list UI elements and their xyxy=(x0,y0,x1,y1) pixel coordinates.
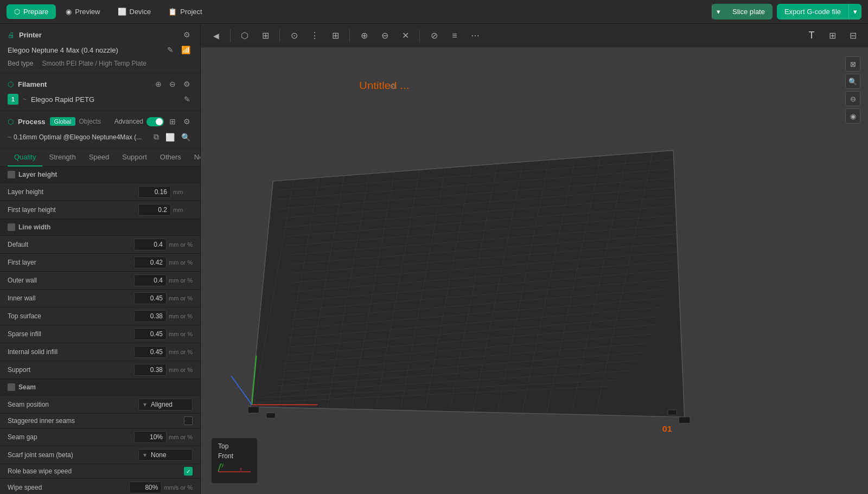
delete-icon[interactable]: ✕ xyxy=(397,27,414,44)
staggered-row: Staggered inner seams xyxy=(0,414,200,428)
zoom-in-icon[interactable]: 🔍 xyxy=(845,74,860,89)
lw-top-surface-row: Top surface mm or % xyxy=(0,307,200,325)
remove-icon[interactable]: ⊖ xyxy=(376,27,393,44)
lw-outer-wall-row: Outer wall mm or % xyxy=(0,272,200,290)
tag-objects[interactable]: Objects xyxy=(79,118,101,125)
layer-height-label: Layer height xyxy=(8,188,43,196)
orbit-icon[interactable]: ⊙ xyxy=(285,27,303,44)
lw-inner-wall-row: Inner wall mm or % xyxy=(0,290,200,307)
lw-outer-wall-input[interactable] xyxy=(134,274,167,286)
tab-support[interactable]: Support xyxy=(116,149,154,166)
layer-height-input[interactable] xyxy=(138,186,171,198)
viewport[interactable]: ◀ ⬡ ⊞ ⊙ ⋮ ⊞ ⊕ ⊖ ✕ ⊘ ≡ ⋯ T ⊞ ⊟ xyxy=(201,24,868,494)
profile-copy-icon[interactable]: ⧉ xyxy=(151,131,161,143)
lw-internal-solid-input[interactable] xyxy=(134,346,167,358)
nav-prepare[interactable]: ⬡ Prepare xyxy=(7,4,56,19)
slice-icon[interactable]: ⊘ xyxy=(425,27,443,44)
add-icon[interactable]: ⊕ xyxy=(355,27,373,44)
first-layer-height-input[interactable] xyxy=(138,204,171,216)
lw-top-surface-input[interactable] xyxy=(134,310,167,322)
wipe-speed-input[interactable] xyxy=(129,482,162,493)
tag-global[interactable]: Global xyxy=(50,117,76,126)
first-layer-height-label: First layer height xyxy=(8,206,56,214)
scatter-icon[interactable]: ⋮ xyxy=(306,27,323,44)
slice-arrow[interactable]: ▾ xyxy=(712,4,725,20)
nav-preview[interactable]: ◉ Preview xyxy=(58,4,107,19)
side-panel-right: ⊠ 🔍 ⊖ ◉ xyxy=(845,56,860,124)
model-title-text: Untitled ... xyxy=(359,79,409,91)
filament-settings-icon[interactable]: ⚙ xyxy=(181,79,193,89)
seam-group-header: Seam xyxy=(0,379,200,396)
lw-inner-wall-label: Inner wall xyxy=(8,294,35,302)
wipe-speed-row: Wipe speed mm/s or % xyxy=(0,479,200,494)
grid-icon[interactable]: ⊞ xyxy=(257,27,274,44)
filament-add-icon[interactable]: ⊕ xyxy=(153,79,164,89)
orientation-front-label: Front xyxy=(218,452,251,460)
prepare-icon: ⬡ xyxy=(14,8,20,16)
process-settings-icon[interactable]: ⚙ xyxy=(181,116,193,127)
filament-remove-icon[interactable]: ⊖ xyxy=(167,79,178,89)
printer-wifi-icon[interactable]: 📶 xyxy=(179,44,193,55)
zoom-out-icon[interactable]: ⊖ xyxy=(845,91,860,106)
tab-notes[interactable]: Notes xyxy=(188,149,201,166)
tab-quality[interactable]: Quality xyxy=(8,149,42,166)
collapse-panel-icon[interactable]: ◀ xyxy=(207,27,225,44)
nav-device[interactable]: ⬜ Device xyxy=(110,4,159,19)
lw-first-layer-input[interactable] xyxy=(134,256,167,268)
tab-others[interactable]: Others xyxy=(154,149,188,166)
seam-gap-input[interactable] xyxy=(134,431,167,443)
filament-edit-icon[interactable]: ✎ xyxy=(182,94,193,105)
more-icon[interactable]: ⋯ xyxy=(467,27,484,44)
seam-gap-unit: mm or % xyxy=(169,434,193,440)
extra-icon[interactable]: ⊟ xyxy=(844,27,861,44)
printer-edit-icon[interactable]: ✎ xyxy=(165,44,176,55)
seam-group-label: Seam xyxy=(18,383,36,391)
filament-section: ⬡ Filament ⊕ ⊖ ⚙ 1 ~ Elegoo Rapid PETG ✎ xyxy=(0,73,200,111)
profile-expand: ~ xyxy=(8,133,11,141)
layers-icon[interactable]: ≡ xyxy=(446,27,463,44)
arrange-icon[interactable]: ⊞ xyxy=(327,27,344,44)
seam-position-dropdown[interactable]: ▾ Aligned xyxy=(138,399,193,410)
perspective-icon[interactable]: ⬡ xyxy=(236,27,253,44)
lw-internal-solid-row: Internal solid infill mm or % xyxy=(0,343,200,361)
lw-support-row: Support mm or % xyxy=(0,361,200,379)
process-layout-icon[interactable]: ⊞ xyxy=(167,116,178,127)
line-width-group-label: Line width xyxy=(18,223,50,231)
lw-inner-wall-input[interactable] xyxy=(134,292,167,304)
line-width-group-icon xyxy=(8,223,15,231)
profile-name: 0.16mm Optimal @Elegoo Neptune4Max (... xyxy=(14,133,151,141)
printer-settings-icon[interactable]: ⚙ xyxy=(181,29,193,40)
bed-type-value: Smooth PEI Plate / High Temp Plate xyxy=(42,60,146,67)
orientation-top-label: Top xyxy=(218,442,251,450)
tab-speed[interactable]: Speed xyxy=(82,149,116,166)
lw-default-input[interactable] xyxy=(134,239,167,251)
settings-scroll[interactable]: Layer height Layer height mm First layer… xyxy=(0,166,200,494)
zoom-fit-icon[interactable]: ⊠ xyxy=(845,56,860,72)
view-icon[interactable]: ◉ xyxy=(845,108,860,124)
text-tool-icon[interactable]: T xyxy=(803,27,820,44)
seam-group-icon xyxy=(8,383,15,391)
lw-support-input[interactable] xyxy=(134,364,167,376)
another-icon[interactable]: ⊞ xyxy=(824,27,841,44)
lw-internal-solid-unit: mm or % xyxy=(169,349,193,355)
nav-right: ▾ Slice plate Export G-code file ▾ xyxy=(712,4,861,20)
seam-gap-row: Seam gap mm or % xyxy=(0,428,200,446)
staggered-checkbox[interactable] xyxy=(184,416,193,425)
toolbar-divider-3 xyxy=(349,29,350,42)
lw-sparse-infill-row: Sparse infill mm or % xyxy=(0,325,200,343)
profile-edit-icon[interactable]: ⬜ xyxy=(163,131,177,143)
tab-strength[interactable]: Strength xyxy=(42,149,82,166)
role-base-checkbox[interactable]: ✓ xyxy=(184,467,193,476)
lw-first-layer-row: First layer mm or % xyxy=(0,254,200,272)
svg-rect-46 xyxy=(679,417,691,423)
lw-sparse-infill-input[interactable] xyxy=(134,328,167,340)
slice-plate-button[interactable]: ▾ Slice plate xyxy=(712,4,773,20)
advanced-toggle[interactable] xyxy=(146,117,164,126)
export-arrow[interactable]: ▾ xyxy=(848,4,861,20)
export-gcode-button[interactable]: Export G-code file ▾ xyxy=(777,4,861,20)
scarf-dropdown[interactable]: ▾ None xyxy=(138,449,193,461)
seam-position-label: Seam position xyxy=(8,401,49,408)
profile-search-icon[interactable]: 🔍 xyxy=(179,131,193,143)
nav-project[interactable]: 📋 Project xyxy=(161,4,209,19)
svg-rect-48 xyxy=(668,410,676,415)
